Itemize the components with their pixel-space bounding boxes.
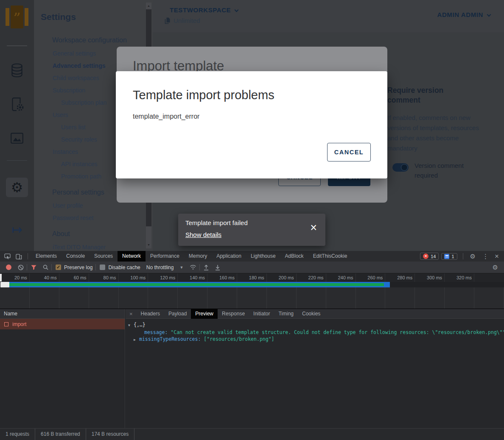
divider (27, 264, 27, 270)
import-har-icon[interactable] (204, 265, 209, 270)
record-network-log-icon[interactable] (6, 265, 11, 270)
detail-tab[interactable]: Initiator (249, 309, 274, 319)
clear-network-log-icon[interactable] (18, 265, 24, 270)
timeline-tick-label: 120 ms (148, 273, 178, 282)
devtools-settings-icon[interactable]: ⚙ (470, 253, 476, 260)
disable-cache-label[interactable]: Disable cache (108, 265, 140, 270)
devtools-tab[interactable]: Application (212, 251, 246, 262)
modal-title: Template import problems (133, 88, 274, 102)
devtools-menu-icon[interactable]: ⋮ (482, 253, 489, 260)
overview-activity-bar[interactable] (9, 282, 384, 287)
sidebar-nav-item[interactable]: Password reset (34, 212, 145, 224)
search-icon[interactable] (43, 265, 48, 270)
network-settings-icon[interactable]: ⚙ (493, 264, 498, 271)
template-import-problems-modal: Template import problems template_import… (116, 71, 387, 178)
json-root: {,…} (134, 322, 146, 328)
throttling-select[interactable]: No throttling (146, 265, 174, 270)
toast-show-details-link[interactable]: Show details (185, 231, 221, 238)
logo-quotes-icon: ” (11, 6, 23, 28)
filter-icon[interactable] (31, 265, 36, 270)
throttling-dropdown-icon[interactable]: ▼ (179, 265, 183, 270)
status-item: 174 B resources (86, 429, 134, 440)
detail-tab[interactable]: Response (218, 309, 249, 319)
network-toolbar: ✓ Preserve log Disable cache No throttli… (0, 262, 504, 273)
json-value: "Can not create valid template structure… (171, 329, 504, 335)
logo-right-bar (25, 8, 28, 26)
issues-count-badge[interactable]: 1 (441, 253, 457, 260)
export-har-icon[interactable] (215, 265, 220, 270)
sidebar-nav-item[interactable]: Workspace configuration (34, 31, 145, 47)
templates-icon[interactable] (0, 97, 34, 114)
detail-tab[interactable]: Headers (137, 309, 164, 319)
json-root-node[interactable]: ▼{,…} (126, 321, 504, 329)
settings-icon[interactable]: ⚙ (6, 178, 28, 197)
collapse-icon[interactable]: ▼ (128, 322, 134, 329)
timeline-tick-label: 280 ms (385, 273, 415, 282)
network-conditions-icon[interactable] (190, 265, 196, 270)
inspect-element-icon[interactable] (2, 253, 13, 259)
sidebar-nav-item[interactable]: About (34, 224, 145, 241)
request-name: import (12, 321, 26, 327)
scroll-down-icon[interactable]: ▼ (146, 242, 151, 248)
timeline-tick-label: 200 ms (267, 273, 297, 282)
timeline-left-handle[interactable] (0, 274, 2, 281)
toggle-label: Version comment required (414, 161, 478, 180)
logout-icon[interactable]: ↦ (0, 222, 34, 237)
itext-dito-logo[interactable]: ” (6, 6, 28, 28)
request-row[interactable]: import (0, 319, 125, 329)
detail-tab[interactable]: Cookies (298, 309, 325, 319)
devtools-tab[interactable]: Lighthouse (246, 251, 280, 262)
toast-close-icon[interactable]: × (310, 222, 317, 234)
require-version-comment-panel: Require version comment If enabled, comm… (387, 86, 493, 180)
devtools-tab[interactable]: Console (62, 251, 90, 262)
expand-icon[interactable]: ▶ (134, 337, 139, 343)
detail-tab[interactable]: Payload (164, 309, 191, 319)
divider (28, 253, 28, 259)
devtools-tab[interactable]: Memory (184, 251, 212, 262)
settings-page-title: Settings (41, 12, 76, 22)
panel-heading: Require version comment (387, 86, 462, 105)
workspace-name: TESTWORKSPACE (170, 6, 231, 14)
preserve-log-checkbox[interactable]: ✓ (56, 265, 61, 270)
devtools-tab[interactable]: Elements (31, 251, 62, 262)
request-detail-pane: × Headers Payload Preview Response Initi… (126, 309, 504, 428)
version-comment-toggle[interactable] (392, 163, 409, 172)
devtools-tab[interactable]: AdBlock (280, 251, 308, 262)
divider (463, 253, 463, 259)
error-count-badge[interactable]: × 14 (420, 253, 439, 260)
workspace-switcher[interactable]: TESTWORKSPACE (170, 6, 238, 14)
timeline-ruler: 20 ms 40 ms 60 ms 80 ms 100 ms 120 ms 14… (0, 273, 504, 282)
devtools-tab[interactable]: Network (118, 251, 146, 262)
disable-cache-checkbox[interactable] (100, 265, 105, 270)
devtools-close-icon[interactable]: × (495, 252, 499, 261)
devtools-tab[interactable]: Performance (146, 251, 184, 262)
device-toolbar-icon[interactable] (13, 253, 25, 259)
modal-cancel-button[interactable]: CANCEL (327, 143, 371, 162)
resources-icon[interactable] (0, 131, 34, 147)
json-key: message: (144, 329, 168, 335)
json-resources-line[interactable]: ▶missingTypeResources: ["resources/broke… (126, 336, 504, 343)
preserve-log-label[interactable]: Preserve log (64, 265, 92, 270)
detail-tab[interactable]: Preview (191, 309, 218, 319)
close-detail-icon[interactable]: × (126, 311, 137, 317)
user-name: ADMIN ADMIN (437, 11, 483, 18)
devtools-tab[interactable]: EditThisCookie (308, 251, 352, 262)
scroll-up-icon[interactable]: ▲ (146, 3, 151, 8)
requests-pane: Name import (0, 309, 125, 428)
network-overview (0, 282, 504, 287)
app-rail: ” (0, 0, 34, 251)
user-menu[interactable]: ADMIN ADMIN (437, 11, 490, 18)
detail-tab[interactable]: Timing (274, 309, 298, 319)
app-topbar: TESTWORKSPACE Unlimited ADMIN ADMIN (153, 0, 504, 32)
sidebar-nav-item[interactable]: iText DITO Manager (34, 241, 145, 251)
detail-tabbar: × Headers Payload Preview Response Initi… (126, 309, 504, 319)
timeline-tick-label: 240 ms (326, 273, 356, 282)
devtools-tab[interactable]: Sources (90, 251, 118, 262)
requests-name-column-header[interactable]: Name (0, 309, 125, 319)
chevron-down-icon (487, 13, 491, 17)
modal-error-text: template_import_error (133, 113, 199, 120)
overview-drag-handle[interactable] (0, 282, 9, 287)
data-collections-icon[interactable] (0, 62, 34, 80)
timeline-tick-label: 100 ms (119, 273, 148, 282)
plan-indicator: Unlimited (165, 17, 200, 24)
